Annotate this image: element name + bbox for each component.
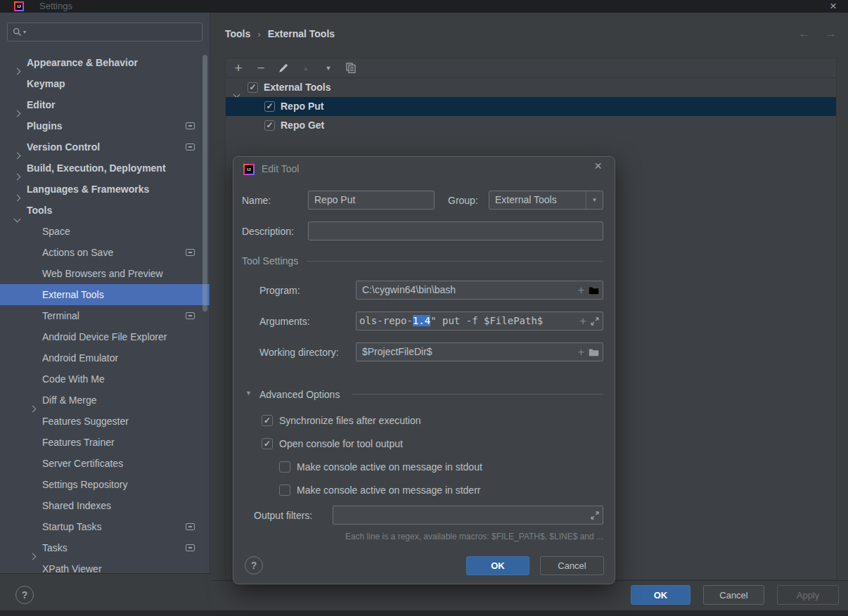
checkbox[interactable]: ✓ [264, 101, 275, 112]
program-field[interactable]: C:\cygwin64\bin\bash + [356, 281, 603, 300]
configurable-plugin-icon [186, 143, 195, 150]
name-label: Name: [242, 191, 271, 210]
insert-macro-icon[interactable]: + [578, 347, 584, 358]
add-icon[interactable]: + [231, 61, 245, 75]
settings-sidebar: ▾ Appearance & BehaviorKeymapEditorPlugi… [0, 13, 210, 573]
edit-tool-dialog: IJ Edit Tool × Name: Repo Put Group: Ext… [233, 156, 615, 584]
dialog-ok-button[interactable]: OK [466, 556, 529, 575]
move-down-icon[interactable]: ▼ [321, 61, 335, 75]
group-combobox[interactable]: External Tools ▼ [489, 191, 603, 210]
dialog-help-button[interactable]: ? [245, 556, 263, 575]
working-directory-field[interactable]: $ProjectFileDir$ + [356, 342, 603, 361]
settings-cancel-button[interactable]: Cancel [703, 585, 764, 605]
advanced-checkbox-list: ✓Synchronize files after execution✓Open … [233, 409, 615, 501]
expand-field-icon[interactable] [591, 511, 599, 520]
edit-pencil-icon[interactable] [276, 61, 290, 75]
sidebar-item-web-browsers-and-preview[interactable]: Web Browsers and Preview [0, 263, 210, 284]
option-row-synchronize-files-after-execution: ✓Synchronize files after execution [233, 409, 615, 432]
sidebar-item-version-control[interactable]: Version Control [0, 136, 210, 158]
intellij-logo-icon: IJ [14, 1, 24, 11]
sidebar-item-tools[interactable]: Tools [0, 200, 210, 221]
sidebar-item-diff-merge[interactable]: Diff & Merge [0, 390, 210, 411]
breadcrumb-tools[interactable]: Tools [225, 28, 250, 39]
expand-field-icon[interactable] [591, 317, 599, 326]
sidebar-item-server-certificates[interactable]: Server Certificates [0, 453, 210, 474]
dialog-close-icon[interactable]: × [594, 158, 602, 174]
checkbox[interactable] [279, 485, 290, 496]
sidebar-item-space[interactable]: Space [0, 221, 210, 242]
checkbox[interactable]: ✓ [262, 415, 273, 426]
remove-icon[interactable]: − [254, 61, 268, 75]
sidebar-scrollbar[interactable] [203, 55, 207, 312]
settings-help-button[interactable]: ? [15, 586, 34, 604]
sidebar-item-xpath-viewer[interactable]: XPath Viewer [0, 558, 210, 573]
insert-macro-icon[interactable]: + [579, 316, 586, 327]
search-input[interactable]: ▾ [7, 23, 203, 41]
sidebar-item-label: Server Certificates [42, 453, 210, 474]
sidebar-item-features-trainer[interactable]: Features Trainer [0, 432, 210, 453]
sidebar-item-keymap[interactable]: Keymap [0, 73, 210, 94]
search-icon [13, 27, 22, 37]
sidebar-item-languages-frameworks[interactable]: Languages & Frameworks [0, 179, 210, 200]
description-field[interactable] [308, 222, 603, 240]
checkbox[interactable] [279, 461, 290, 473]
sidebar-item-label: Android Emulator [42, 347, 210, 368]
arguments-field[interactable]: ols-repo-1.4" put -f $FilePath$ + [356, 312, 603, 331]
sidebar-item-tasks[interactable]: Tasks [0, 537, 210, 558]
browse-folder-icon[interactable] [589, 348, 599, 357]
output-filters-field[interactable] [333, 506, 603, 525]
settings-window: IJ Settings × ▾ Appearance & BehaviorKey… [0, 0, 848, 616]
tree-row-external-tools[interactable]: ✓External Tools [226, 78, 836, 97]
settings-ok-button[interactable]: OK [631, 585, 690, 605]
move-up-icon[interactable]: ▲ [299, 61, 313, 75]
sidebar-item-appearance-behavior[interactable]: Appearance & Behavior [0, 52, 210, 73]
sidebar-item-label: Plugins [27, 115, 210, 136]
output-filters-label: Output filters: [254, 506, 312, 525]
sidebar-item-features-suggester[interactable]: Features Suggester [0, 411, 210, 432]
sidebar-item-label: Keymap [27, 73, 210, 94]
sidebar-item-external-tools[interactable]: External Tools [0, 284, 210, 305]
advanced-collapse-icon[interactable]: ▼ [245, 390, 252, 397]
forward-arrow-icon[interactable]: → [825, 27, 837, 40]
sidebar-item-build-execution-deployment[interactable]: Build, Execution, Deployment [0, 158, 210, 179]
checkbox[interactable]: ✓ [262, 438, 273, 449]
sidebar-item-label: Features Trainer [42, 432, 210, 453]
copy-icon[interactable] [344, 61, 358, 75]
sidebar-item-actions-on-save[interactable]: Actions on Save [0, 242, 210, 263]
tree-row-repo-put[interactable]: ✓Repo Put [226, 97, 836, 116]
tree-row-repo-get[interactable]: ✓Repo Get [226, 116, 836, 135]
close-icon[interactable]: × [830, 0, 837, 13]
sidebar-item-label: Android Device File Explorer [42, 326, 210, 347]
search-options-caret-icon[interactable]: ▾ [23, 29, 26, 35]
title-bar: IJ Settings × [0, 0, 848, 13]
sidebar-item-shared-indexes[interactable]: Shared Indexes [0, 495, 210, 516]
name-field[interactable]: Repo Put [308, 191, 435, 210]
dialog-cancel-button[interactable]: Cancel [540, 556, 604, 575]
combo-dropdown-icon[interactable]: ▼ [586, 191, 603, 209]
sidebar-item-terminal[interactable]: Terminal [0, 305, 210, 326]
checkbox[interactable]: ✓ [264, 120, 275, 131]
window-bottom-edge [0, 610, 848, 616]
sidebar-item-android-device-file-explorer[interactable]: Android Device File Explorer [0, 326, 210, 347]
sidebar-item-startup-tasks[interactable]: Startup Tasks [0, 516, 210, 537]
sidebar-item-label: Settings Repository [42, 474, 210, 495]
tree-item-label: Repo Get [281, 116, 836, 135]
sidebar-item-label: Build, Execution, Deployment [27, 158, 210, 179]
advanced-options-label[interactable]: Advanced Options [259, 385, 340, 404]
sidebar-item-android-emulator[interactable]: Android Emulator [0, 347, 210, 368]
program-value: C:\cygwin64\bin\bash [362, 284, 456, 295]
sidebar-item-plugins[interactable]: Plugins [0, 115, 210, 136]
browse-folder-icon[interactable] [589, 286, 599, 295]
working-directory-value: $ProjectFileDir$ [362, 346, 432, 357]
sidebar-item-label: Editor [27, 94, 210, 115]
checkbox[interactable]: ✓ [248, 82, 258, 93]
sidebar-item-editor[interactable]: Editor [0, 94, 210, 115]
back-arrow-icon[interactable]: ← [798, 27, 810, 40]
advanced-options-divider [352, 394, 603, 394]
sidebar-item-label: Version Control [27, 136, 210, 158]
sidebar-item-settings-repository[interactable]: Settings Repository [0, 474, 210, 495]
sidebar-item-label: Web Browsers and Preview [42, 263, 210, 284]
insert-macro-icon[interactable]: + [578, 285, 584, 296]
settings-apply-button[interactable]: Apply [777, 585, 839, 605]
sidebar-item-code-with-me[interactable]: Code With Me [0, 368, 210, 390]
